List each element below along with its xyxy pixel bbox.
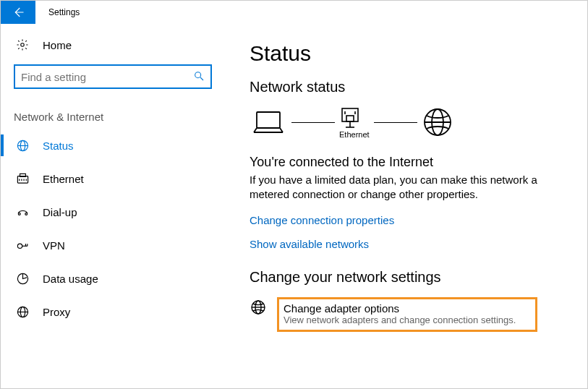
svg-line-2: [200, 77, 203, 80]
laptop-icon: [250, 108, 287, 137]
vpn-icon: [14, 239, 31, 252]
window-title: Settings: [48, 7, 80, 17]
svg-point-13: [25, 213, 27, 215]
ethernet-icon: [14, 172, 31, 186]
connection-status-desc: If you have a limited data plan, you can…: [250, 173, 558, 202]
page-title: Status: [250, 41, 558, 66]
sidebar-item-label: Status: [43, 140, 74, 152]
sidebar-item-datausage[interactable]: Data usage: [1, 262, 225, 295]
svg-rect-24: [346, 116, 354, 121]
adapter-globe-icon: [250, 299, 268, 318]
svg-point-0: [21, 43, 25, 47]
link-change-connection-properties[interactable]: Change connection properties: [250, 214, 394, 226]
arrow-left-icon: [12, 6, 25, 19]
link-show-available-networks[interactable]: Show available networks: [250, 238, 558, 250]
sidebar-item-vpn[interactable]: VPN: [1, 228, 225, 262]
dialup-icon: [14, 205, 31, 219]
router-icon: [339, 106, 370, 129]
change-network-settings-heading: Change your network settings: [250, 269, 558, 286]
sidebar-home[interactable]: Home: [1, 33, 225, 60]
change-adapter-options-highlight: Change adapter options View network adap…: [277, 297, 537, 333]
status-icon: [14, 139, 31, 153]
sidebar-group-name: Network & Internet: [14, 111, 212, 123]
sidebar-item-status[interactable]: Status: [1, 129, 225, 162]
sidebar-item-label: VPN: [43, 239, 65, 252]
sidebar-item-label: Data usage: [43, 273, 98, 285]
connection-status-heading: You're connected to the Internet: [250, 155, 558, 170]
sidebar-item-label: Dial-up: [43, 206, 77, 218]
sidebar-item-label: Proxy: [43, 306, 70, 318]
titlebar: Settings: [1, 1, 587, 24]
sidebar: Home Network & Internet Status Ethernet: [1, 24, 225, 388]
sidebar-item-dialup[interactable]: Dial-up: [1, 195, 225, 228]
svg-rect-22: [257, 112, 280, 128]
sidebar-home-label: Home: [43, 39, 72, 51]
data-usage-icon: [14, 272, 31, 286]
sidebar-item-ethernet[interactable]: Ethernet: [1, 162, 225, 195]
network-diagram: Ethernet: [250, 106, 558, 139]
search-input[interactable]: [21, 71, 193, 83]
connection-line: [291, 122, 335, 123]
diagram-device-label: Ethernet: [339, 130, 370, 139]
connection-line: [374, 122, 417, 123]
svg-rect-23: [342, 108, 358, 121]
sidebar-item-proxy[interactable]: Proxy: [1, 295, 225, 328]
svg-point-1: [195, 72, 201, 77]
back-button[interactable]: [1, 1, 35, 24]
adapter-option-desc: View network adapters and change connect…: [284, 315, 528, 326]
svg-point-12: [18, 213, 20, 215]
search-icon: [193, 70, 205, 84]
network-status-heading: Network status: [250, 79, 558, 95]
svg-point-14: [17, 244, 22, 248]
adapter-option-title: Change adapter options: [284, 302, 528, 315]
gear-icon: [14, 38, 31, 51]
search-input-container[interactable]: [14, 64, 212, 89]
proxy-icon: [14, 305, 31, 319]
change-adapter-options-row[interactable]: Change adapter options View network adap…: [250, 297, 558, 333]
main-content: Status Network status Ethernet You're co…: [225, 24, 587, 388]
globe-icon: [422, 106, 453, 138]
sidebar-item-label: Ethernet: [43, 173, 84, 185]
